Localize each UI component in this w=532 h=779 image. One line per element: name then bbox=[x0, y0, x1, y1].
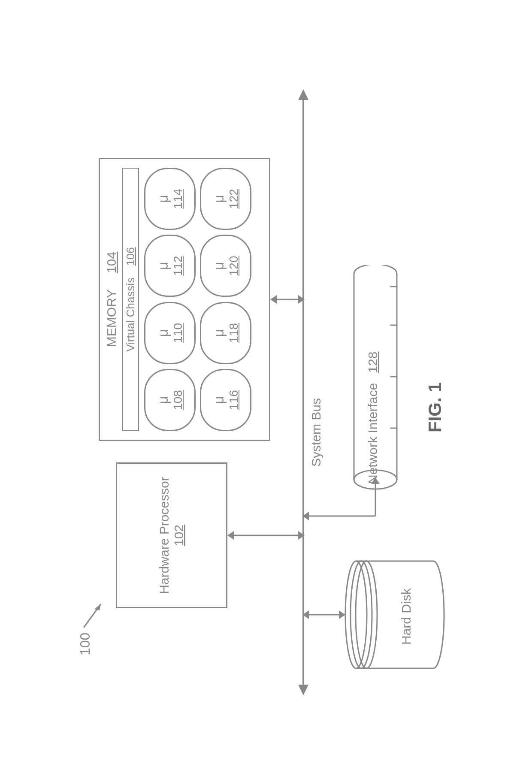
virtual-chassis-title: Virtual Chassis 106 bbox=[122, 168, 139, 431]
system-bus-line bbox=[302, 98, 304, 690]
svg-marker-5 bbox=[227, 531, 234, 540]
svg-point-18 bbox=[351, 561, 372, 668]
svg-marker-1 bbox=[94, 604, 101, 610]
memory-title: MEMORY 104 bbox=[104, 168, 119, 431]
microservice-108: μ 108 bbox=[144, 369, 196, 431]
microservice-110: μ 110 bbox=[144, 302, 196, 364]
svg-marker-3 bbox=[298, 685, 308, 695]
memory-box: MEMORY 104 Virtual Chassis 106 μ 108 μ 1… bbox=[99, 158, 270, 441]
ref-arrow-icon bbox=[82, 595, 107, 630]
system-bus-label: System Bus bbox=[309, 398, 323, 467]
microservice-114: μ 114 bbox=[144, 168, 196, 230]
system-ref-label: 100 bbox=[77, 633, 93, 655]
hardware-processor-box: Hardware Processor 102 bbox=[116, 462, 227, 608]
bus-arrow-left-icon bbox=[298, 685, 308, 695]
system-diagram: 100 Hardware Processor 102 MEMORY 104 Vi… bbox=[51, 46, 481, 733]
hw-processor-ref: 102 bbox=[172, 525, 186, 546]
svg-marker-2 bbox=[298, 89, 308, 100]
microservices-row-2: μ 116 μ 118 μ 120 μ 122 bbox=[200, 168, 251, 431]
connector-harddisk-bus bbox=[302, 606, 345, 623]
svg-marker-8 bbox=[270, 295, 277, 304]
microservice-120: μ 120 bbox=[200, 235, 251, 297]
svg-marker-11 bbox=[302, 610, 309, 619]
svg-marker-9 bbox=[298, 295, 305, 304]
microservices-row-1: μ 108 μ 110 μ 112 μ 114 bbox=[144, 168, 196, 431]
hw-processor-label: Hardware Processor bbox=[157, 477, 172, 594]
bus-arrow-right-icon bbox=[298, 89, 308, 100]
svg-marker-15 bbox=[302, 512, 309, 520]
connector-processor-bus bbox=[227, 527, 305, 544]
hard-disk-icon bbox=[343, 559, 446, 670]
hard-disk-label: Hard Disk bbox=[399, 588, 414, 645]
microservice-112: μ 112 bbox=[144, 235, 196, 297]
figure-label: FIG. 1 bbox=[425, 382, 445, 432]
connector-memory-bus bbox=[270, 291, 305, 308]
svg-marker-6 bbox=[298, 531, 305, 540]
microservice-116: μ 116 bbox=[200, 369, 251, 431]
microservice-118: μ 118 bbox=[200, 302, 251, 364]
network-interface-label: Network Interface 128 bbox=[366, 352, 380, 484]
microservice-122: μ 122 bbox=[200, 168, 251, 230]
